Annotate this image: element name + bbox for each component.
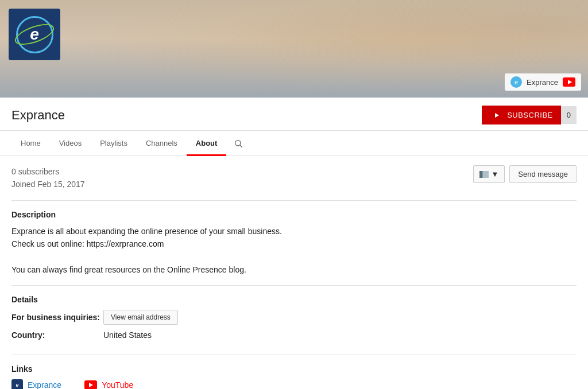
nav-tabs: Home Videos Playlists Channels About (11, 131, 247, 155)
description-line-1: Exprance is all about expanding the onli… (11, 225, 577, 238)
country-label: Country: (11, 330, 103, 340)
links-section: Links e Exprance YouTube (0, 355, 588, 389)
subscriber-count: 0 subscribers (11, 165, 85, 178)
banner-user-name: Exprance (527, 78, 558, 87)
link-exprance[interactable]: e Exprance (11, 379, 61, 389)
tab-videos[interactable]: Videos (50, 131, 91, 156)
banner-user-avatar-icon: e (510, 76, 522, 88)
details-section: Details For business inquiries: View ema… (0, 286, 588, 355)
flag-button[interactable]: ▼ (473, 165, 505, 183)
flag-dropdown-icon: ▼ (491, 170, 498, 178)
svg-point-0 (235, 140, 241, 145)
svg-line-1 (240, 145, 242, 147)
banner-user-area: e Exprance (505, 73, 581, 91)
logo-letter: e (30, 25, 39, 44)
links-grid: e Exprance YouTube (11, 379, 577, 389)
link-youtube-label: YouTube (102, 380, 133, 389)
exprance-link-icon: e (11, 379, 23, 389)
links-title: Links (11, 364, 577, 374)
link-youtube[interactable]: YouTube (84, 379, 133, 389)
join-date: Joined Feb 15, 2017 (11, 178, 85, 190)
subscribe-label: SUBSCRIBE (507, 111, 553, 119)
tab-channels[interactable]: Channels (137, 131, 187, 156)
country-row: Country: United States (11, 330, 577, 340)
description-line-3: You can always find great resources on t… (11, 263, 577, 276)
about-top-row: 0 subscribers Joined Feb 15, 2017 ▼ Send… (0, 156, 588, 200)
channel-navigation: Home Videos Playlists Channels About (0, 131, 588, 156)
channel-meta: 0 subscribers Joined Feb 15, 2017 (11, 165, 85, 191)
svg-rect-3 (479, 171, 482, 178)
banner-youtube-icon (563, 77, 575, 87)
tab-about[interactable]: About (187, 131, 227, 156)
subscribe-count: 0 (561, 106, 577, 124)
banner-background (0, 0, 588, 98)
nav-search-icon[interactable] (230, 135, 247, 152)
link-exprance-label: Exprance (28, 380, 61, 389)
description-line-2: Check us out online: https://exrprance.c… (11, 238, 577, 250)
subscribe-button[interactable]: SUBSCRIBE (482, 106, 561, 125)
channel-banner: e e Exprance (0, 0, 588, 98)
youtube-link-icon (84, 380, 97, 389)
business-label: For business inquiries: (11, 313, 103, 322)
about-actions: ▼ Send message (473, 165, 577, 183)
channel-name: Exprance (11, 108, 65, 123)
business-inquiries-row: For business inquiries: View email addre… (11, 310, 577, 325)
logo-circle: e (16, 16, 53, 53)
description-section: Description Exprance is all about expand… (0, 201, 588, 286)
country-value: United States (103, 330, 152, 340)
channel-header: Exprance SUBSCRIBE 0 (0, 98, 588, 131)
description-title: Description (11, 210, 577, 219)
tab-home[interactable]: Home (11, 131, 50, 156)
send-message-button[interactable]: Send message (509, 165, 577, 183)
subscribe-youtube-icon (490, 110, 504, 120)
subscribe-button-group[interactable]: SUBSCRIBE 0 (482, 106, 577, 125)
tab-playlists[interactable]: Playlists (91, 131, 137, 156)
description-text: Exprance is all about expanding the onli… (11, 225, 577, 277)
details-title: Details (11, 295, 577, 304)
about-content: 0 subscribers Joined Feb 15, 2017 ▼ Send… (0, 156, 588, 389)
view-email-button[interactable]: View email address (103, 310, 178, 325)
channel-logo: e (9, 9, 60, 60)
